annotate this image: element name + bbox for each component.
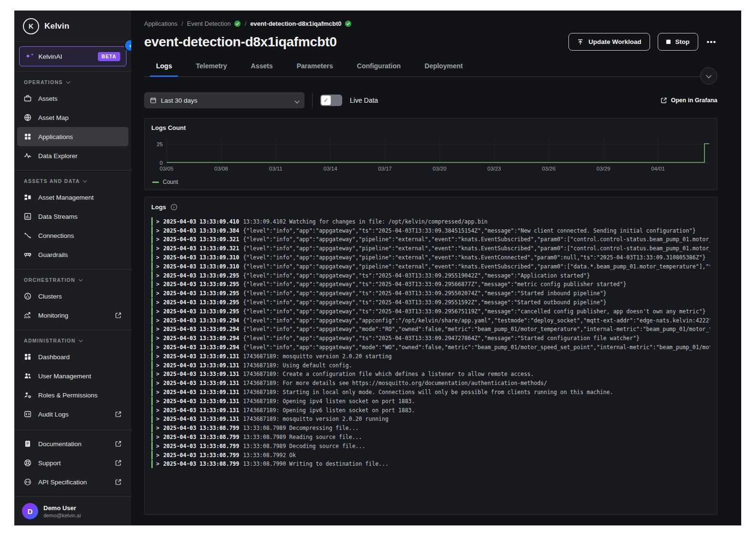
log-line[interactable]: > 2025-04-03 13:33:08.799 13:33:08.7989 … bbox=[151, 433, 710, 441]
log-line[interactable]: > 2025-04-03 13:33:08.799 13:33:08.7992 … bbox=[151, 451, 710, 460]
log-timestamp: 2025-04-03 13:33:09.131 bbox=[163, 398, 239, 405]
sidebar-item-asset-map[interactable]: Asset Map bbox=[17, 108, 128, 127]
section-header-assets-and-data[interactable]: ASSETS AND DATA bbox=[14, 171, 131, 188]
stop-button[interactable]: Stop bbox=[658, 33, 698, 51]
chevron-down-icon bbox=[79, 338, 83, 342]
date-range-select[interactable]: Last 30 days bbox=[144, 92, 304, 108]
log-line[interactable]: > 2025-04-03 13:33:09.310 {"level":"info… bbox=[151, 262, 710, 271]
log-line[interactable]: > 2025-04-03 13:33:09.131 1743687189: Us… bbox=[151, 361, 710, 370]
log-line[interactable]: > 2025-04-03 13:33:08.799 13:33:08.7990 … bbox=[151, 460, 710, 469]
tab-telemetry[interactable]: Telemetry bbox=[184, 62, 239, 76]
sidebar-item-clusters[interactable]: Clusters bbox=[17, 287, 128, 306]
log-message: 1743687189: Opening ipv4 listen socket o… bbox=[243, 398, 415, 405]
log-line[interactable]: > 2025-04-03 13:33:09.310 {"level":"info… bbox=[151, 253, 710, 262]
external-link-icon bbox=[115, 411, 122, 417]
breadcrumb-workload: event-detection-d8x1iqafmcbt0 bbox=[250, 20, 351, 27]
log-line[interactable]: > 2025-04-03 13:33:09.294 {"level":"info… bbox=[151, 325, 710, 334]
log-line[interactable]: > 2025-04-03 13:33:09.295 {"level":"info… bbox=[151, 307, 710, 316]
tab-configuration[interactable]: Configuration bbox=[345, 62, 413, 76]
log-line[interactable]: > 2025-04-03 13:33:09.295 {"level":"info… bbox=[151, 298, 710, 307]
sidebar-item-data-streams[interactable]: Data Streams bbox=[17, 207, 128, 226]
dashboard-icon bbox=[24, 353, 32, 361]
log-timestamp: 2025-04-03 13:33:08.799 bbox=[163, 452, 239, 459]
document-icon bbox=[24, 440, 32, 448]
log-line[interactable]: > 2025-04-03 13:33:09.384 {"level":"info… bbox=[151, 226, 710, 235]
logs-count-chart[interactable]: 03/0503/0803/1103/1403/1703/2003/2303/26… bbox=[151, 135, 710, 177]
user-email: demo@kelvin.ai bbox=[43, 513, 81, 518]
user-gear-icon bbox=[24, 391, 32, 399]
log-line[interactable]: > 2025-04-03 13:33:09.294 {"level":"info… bbox=[151, 343, 710, 352]
log-timestamp: 2025-04-03 13:33:09.294 bbox=[163, 335, 239, 342]
info-icon[interactable] bbox=[170, 203, 178, 211]
log-line[interactable]: > 2025-04-03 13:33:09.295 {"level":"info… bbox=[151, 280, 710, 289]
log-timestamp: 2025-04-03 13:33:09.131 bbox=[163, 389, 239, 396]
log-line[interactable]: > 2025-04-03 13:33:08.799 13:33:08.7989 … bbox=[151, 442, 710, 450]
log-line[interactable]: > 2025-04-03 13:33:09.131 1743687189: mo… bbox=[151, 352, 710, 361]
log-line[interactable]: > 2025-04-03 13:33:09.410 13:33:09.4102 … bbox=[151, 217, 710, 226]
log-timestamp: 2025-04-03 13:33:09.295 bbox=[163, 281, 239, 288]
log-expand-caret: > bbox=[156, 353, 159, 360]
log-line[interactable]: > 2025-04-03 13:33:09.131 1743687189: Op… bbox=[151, 397, 710, 406]
log-timestamp: 2025-04-03 13:33:09.294 bbox=[163, 317, 239, 324]
log-line[interactable]: > 2025-04-03 13:33:09.295 {"level":"info… bbox=[151, 271, 710, 280]
log-line[interactable]: > 2025-04-03 13:33:09.131 1743687189: Cr… bbox=[151, 370, 710, 379]
breadcrumb-event-detection[interactable]: Event Detection bbox=[187, 20, 241, 27]
breadcrumb-separator: / bbox=[245, 20, 247, 27]
sidebar-item-assets[interactable]: Assets bbox=[17, 89, 128, 108]
sidebar-item-label: Assets bbox=[38, 95, 58, 102]
header-collapse-button[interactable] bbox=[700, 67, 717, 85]
log-line[interactable]: > 2025-04-03 13:33:09.294 {"level":"info… bbox=[151, 316, 710, 325]
sidebar-item-monitoring[interactable]: Monitoring bbox=[17, 306, 128, 325]
update-workload-button[interactable]: Update Workload bbox=[568, 33, 650, 51]
section-header-operations[interactable]: OPERATIONS bbox=[14, 72, 131, 89]
log-line[interactable]: > 2025-04-03 13:33:09.321 {"level":"info… bbox=[151, 244, 710, 253]
sidebar-item-user-management[interactable]: User Management bbox=[17, 366, 128, 385]
log-line[interactable]: > 2025-04-03 13:33:09.294 {"level":"info… bbox=[151, 334, 710, 342]
log-line[interactable]: > 2025-04-03 13:33:09.131 1743687189: mo… bbox=[151, 415, 710, 424]
sidebar-item-audit-logs[interactable]: Audit Logs bbox=[17, 405, 128, 424]
log-line[interactable]: > 2025-04-03 13:33:09.295 {"level":"info… bbox=[151, 289, 710, 298]
sidebar-item-connections[interactable]: Connections bbox=[17, 226, 128, 245]
log-expand-caret: > bbox=[156, 290, 159, 297]
more-menu-button[interactable]: ••• bbox=[706, 36, 717, 48]
log-line[interactable]: > 2025-04-03 13:33:09.321 {"level":"info… bbox=[151, 235, 710, 244]
log-line[interactable]: > 2025-04-03 13:33:08.799 13:33:08.7989 … bbox=[151, 424, 710, 432]
log-timestamp: 2025-04-03 13:33:09.131 bbox=[163, 371, 239, 377]
chart-legend[interactable]: Count bbox=[151, 177, 710, 187]
sidebar-item-label: Audit Logs bbox=[38, 411, 69, 418]
log-expand-caret: > bbox=[156, 460, 159, 467]
breadcrumb-applications[interactable]: Applications bbox=[144, 20, 178, 27]
sidebar-item-data-explorer[interactable]: Data Explorer bbox=[17, 146, 128, 165]
svg-text:03/17: 03/17 bbox=[378, 166, 392, 171]
sidebar-item-kelvinai[interactable]: ✦✦ KelvinAI BETA bbox=[19, 46, 126, 66]
sidebar-item-guardrails[interactable]: Guardrails bbox=[17, 245, 128, 264]
kelvin-logo[interactable]: K Kelvin bbox=[14, 11, 131, 41]
calendar-icon bbox=[150, 97, 157, 104]
tab-assets[interactable]: Assets bbox=[239, 62, 285, 76]
open-in-grafana-link[interactable]: Open in Grafana bbox=[661, 97, 717, 104]
sidebar-item-asset-management[interactable]: Asset Management bbox=[17, 188, 128, 207]
tab-deployment[interactable]: Deployment bbox=[413, 62, 475, 76]
sidebar-item-support[interactable]: Support bbox=[17, 453, 128, 472]
sidebar-item-applications[interactable]: Applications bbox=[17, 127, 128, 146]
kelvin-logo-icon: K bbox=[23, 18, 39, 34]
log-line[interactable]: > 2025-04-03 13:33:09.131 1743687189: St… bbox=[151, 388, 710, 396]
section-header-administration[interactable]: ADMINISTRATION bbox=[14, 330, 131, 347]
log-expand-caret: > bbox=[156, 362, 159, 369]
tab-logs[interactable]: Logs bbox=[144, 62, 184, 76]
user-menu[interactable]: D Demo User demo@kelvin.ai bbox=[14, 497, 131, 525]
tab-parameters[interactable]: Parameters bbox=[284, 62, 345, 76]
log-line[interactable]: > 2025-04-03 13:33:09.131 1743687189: Op… bbox=[151, 406, 710, 415]
sidebar-item-api-specification[interactable]: API Specification bbox=[17, 472, 128, 492]
log-line[interactable]: > 2025-04-03 13:33:09.131 1743687189: Fo… bbox=[151, 379, 710, 387]
logs-title: Logs bbox=[151, 203, 166, 211]
live-data-toggle[interactable]: ✓ bbox=[320, 95, 342, 106]
logs-panel-header: Logs bbox=[151, 203, 710, 211]
log-expand-caret: > bbox=[156, 344, 159, 351]
log-expand-caret: > bbox=[156, 326, 159, 332]
divider bbox=[14, 430, 131, 430]
sidebar-item-documentation[interactable]: Documentation bbox=[17, 434, 128, 453]
section-header-orchestration[interactable]: ORCHESTRATION bbox=[14, 269, 131, 287]
sidebar-item-roles-permissions[interactable]: Roles & Permissions bbox=[17, 385, 128, 405]
sidebar-item-dashboard[interactable]: Dashboard bbox=[17, 347, 128, 366]
